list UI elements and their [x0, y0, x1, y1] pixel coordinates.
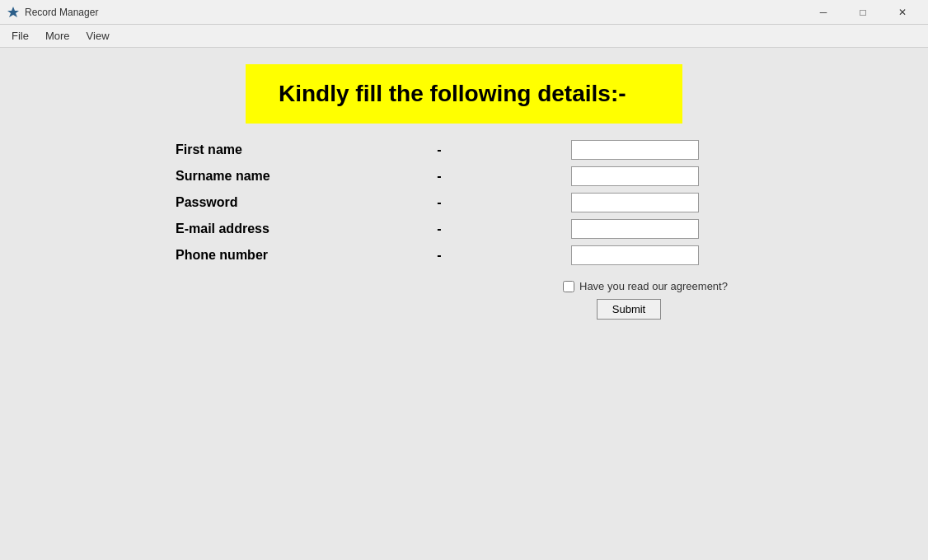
dash-password: -: [406, 195, 472, 210]
form-row-email: E-mail address -: [176, 219, 752, 239]
submit-row: Submit: [563, 299, 695, 320]
input-surname[interactable]: [571, 166, 699, 186]
menu-file[interactable]: File: [3, 26, 37, 45]
agreement-checkbox[interactable]: [563, 281, 574, 292]
banner-text: Kindly fill the following details:-: [279, 81, 626, 106]
dash-firstname: -: [406, 142, 472, 157]
form-container: First name - Surname name - Password - E…: [176, 140, 752, 320]
input-phone[interactable]: [571, 245, 699, 265]
app-icon: [7, 6, 20, 19]
label-email: E-mail address: [176, 222, 406, 236]
main-content: Kindly fill the following details:- Firs…: [0, 48, 928, 560]
input-password[interactable]: [571, 193, 699, 212]
form-row-surname: Surname name -: [176, 166, 752, 186]
window-controls: ─ □ ✕: [804, 0, 921, 25]
input-firstname[interactable]: [571, 140, 699, 160]
checkbox-label: Have you read our agreement?: [579, 280, 728, 292]
menu-bar: File More View: [0, 25, 928, 48]
label-firstname: First name: [176, 142, 406, 157]
menu-more[interactable]: More: [37, 26, 78, 45]
dash-email: -: [406, 222, 472, 236]
dash-phone: -: [406, 248, 472, 263]
dash-surname: -: [406, 169, 472, 184]
form-row-firstname: First name -: [176, 140, 752, 160]
title-bar: Record Manager ─ □ ✕: [0, 0, 928, 25]
minimize-button[interactable]: ─: [804, 0, 842, 25]
input-email[interactable]: [571, 219, 699, 239]
form-row-phone: Phone number -: [176, 245, 752, 265]
label-phone: Phone number: [176, 248, 406, 263]
close-button[interactable]: ✕: [883, 0, 921, 25]
label-password: Password: [176, 195, 406, 210]
header-banner: Kindly fill the following details:-: [246, 64, 682, 124]
app-title: Record Manager: [25, 7, 98, 18]
submit-button[interactable]: Submit: [597, 299, 661, 320]
maximize-button[interactable]: □: [844, 0, 882, 25]
checkbox-row: Have you read our agreement?: [563, 280, 728, 292]
form-row-password: Password -: [176, 193, 752, 212]
title-bar-left: Record Manager: [7, 6, 98, 19]
menu-view[interactable]: View: [78, 26, 118, 45]
label-surname: Surname name: [176, 169, 406, 184]
